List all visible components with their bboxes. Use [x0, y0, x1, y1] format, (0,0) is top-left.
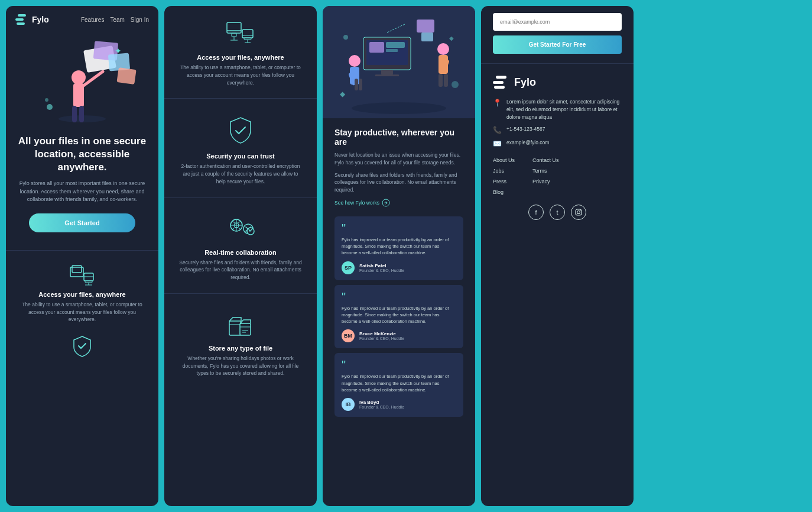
author-3-name: Iva Boyd: [359, 400, 404, 405]
collab-icon-wrap: [178, 215, 303, 244]
footer-content: Fylo 📍 Lorem ipsum dolor sit amet, conse…: [481, 64, 634, 232]
testimonial-1-author: SP Satish Patel Founder & CEO, Huddle: [342, 261, 456, 274]
svg-rect-23: [227, 22, 241, 33]
link-contact[interactable]: Contact Us: [532, 157, 559, 163]
arrow-circle-icon: [382, 199, 390, 207]
link-blog[interactable]: Blog: [493, 189, 515, 195]
email-icon: ✉️: [493, 140, 502, 148]
avatar-3: IB: [342, 398, 355, 411]
nav-signin[interactable]: Sign In: [131, 17, 149, 23]
svg-point-73: [577, 211, 580, 214]
panel-productivity: ◆ ◆ Stay productive, wherever you are Ne…: [323, 6, 475, 506]
hero-title: All your files in one secure location, a…: [18, 135, 147, 174]
svg-point-43: [352, 102, 446, 114]
footer-logo-icon: [493, 76, 509, 89]
collab-icon: [225, 215, 257, 244]
cta-section: Get Started For Free: [481, 6, 634, 64]
divider-3: [164, 293, 317, 294]
link-terms[interactable]: Terms: [532, 168, 559, 174]
productivity-desc1: Never let location be an issue when acce…: [334, 151, 463, 167]
svg-rect-10: [116, 67, 136, 85]
links-col-1: About Us Jobs Press Blog: [493, 157, 515, 195]
p2-feature4-desc: Whether you're sharing holidays photos o…: [178, 355, 303, 377]
author-2-info: Bruce McKenzie Founder & CEO, Huddle: [359, 331, 404, 341]
svg-point-56: [437, 43, 449, 55]
svg-rect-54: [355, 79, 358, 90]
quote-mark-1: ": [342, 222, 456, 234]
feature-security: Security you can trust 2-factor authenti…: [164, 105, 317, 191]
svg-point-74: [580, 210, 581, 211]
security-icon-wrap: [178, 115, 303, 148]
author-1-name: Satish Patel: [359, 263, 404, 268]
instagram-icon[interactable]: [571, 205, 586, 220]
svg-rect-49: [386, 42, 405, 48]
footer-logo-text: Fylo: [514, 76, 536, 89]
logo: Fylo: [15, 14, 49, 25]
p2-feature1-title: Access your files, anywhere: [178, 54, 303, 61]
svg-rect-62: [421, 33, 433, 41]
p2-feature2-desc: 2-factor authentication and user-control…: [178, 163, 303, 185]
nav-team[interactable]: Team: [110, 17, 124, 23]
facebook-icon[interactable]: f: [528, 205, 544, 220]
hero-illustration-wrap: ✦: [6, 33, 158, 128]
svg-rect-60: [444, 74, 448, 87]
svg-point-51: [349, 55, 360, 67]
productivity-content: Stay productive, wherever you are Never …: [323, 118, 475, 431]
svg-rect-1: [18, 14, 26, 17]
testimonial-1: " Fylo has improved our team productivit…: [334, 216, 463, 280]
logo-icon: [15, 14, 28, 25]
security-icon-preview: [6, 329, 158, 365]
svg-line-63: [387, 24, 405, 33]
feature1-title: Access your files, anywhere: [18, 291, 147, 298]
feature-collab: Real-time collaboration Securely share f…: [164, 204, 317, 287]
avatar-1: SP: [342, 261, 355, 274]
author-2-role: Founder & CEO, Huddle: [359, 336, 404, 341]
svg-rect-0: [15, 18, 24, 21]
author-1-role: Founder & CEO, Huddle: [359, 268, 404, 273]
get-started-free-button[interactable]: Get Started For Free: [493, 35, 622, 54]
svg-rect-27: [244, 38, 251, 40]
email-input[interactable]: [493, 13, 622, 31]
email-text: example@fylo.com: [506, 139, 549, 147]
svg-rect-11: [72, 106, 77, 122]
store-files-icon: [225, 310, 257, 340]
svg-point-13: [47, 104, 53, 110]
link-privacy[interactable]: Privacy: [532, 179, 559, 184]
author-1-info: Satish Patel Founder & CEO, Huddle: [359, 263, 404, 273]
nav-features[interactable]: Features: [81, 17, 104, 23]
twitter-icon[interactable]: t: [550, 205, 565, 220]
see-how-link[interactable]: See how Fylo works: [334, 199, 463, 207]
svg-rect-40: [240, 323, 251, 335]
quote-mark-3: ": [342, 359, 456, 371]
testimonial-2-text: Fylo has improved our team productivity …: [342, 305, 456, 325]
social-links: f t: [493, 205, 622, 220]
svg-rect-71: [494, 86, 505, 89]
productivity-illustration: ◆ ◆: [323, 6, 475, 118]
svg-rect-30: [232, 33, 236, 37]
svg-point-14: [45, 98, 48, 102]
testimonial-3-text: Fylo has improved our team productivity …: [342, 373, 456, 393]
testimonial-2: " Fylo has improved our team productivit…: [334, 285, 463, 349]
logo-text: Fylo: [32, 15, 49, 24]
panels-wrapper: Fylo Features Team Sign In: [0, 0, 812, 512]
feature-access: Access your files, anywhere The ability …: [6, 257, 158, 329]
link-press[interactable]: Press: [493, 179, 515, 184]
link-jobs[interactable]: Jobs: [493, 168, 515, 174]
address-text: Lorem ipsum dolor sit amet, consectetur …: [506, 98, 622, 121]
quote-mark-2: ": [342, 291, 456, 303]
store-icon-wrap: [178, 310, 303, 340]
divider-1: [164, 98, 317, 99]
get-started-button[interactable]: Get Started: [29, 213, 135, 232]
svg-rect-39: [229, 321, 241, 335]
footer-links: About Us Jobs Press Blog Contact Us Term…: [493, 157, 622, 195]
author-3-role: Founder & CEO, Huddle: [359, 405, 404, 409]
access-icon-wrap: [178, 17, 303, 49]
hero-desc: Fylo stores all your most important file…: [18, 180, 147, 204]
feature1-desc: The ability to use a smartphone, tablet,…: [18, 301, 147, 323]
link-about[interactable]: About Us: [493, 157, 515, 163]
svg-rect-17: [72, 265, 82, 273]
svg-rect-48: [369, 42, 384, 53]
svg-rect-55: [359, 79, 362, 90]
svg-rect-70: [496, 76, 506, 79]
svg-rect-59: [439, 74, 443, 87]
